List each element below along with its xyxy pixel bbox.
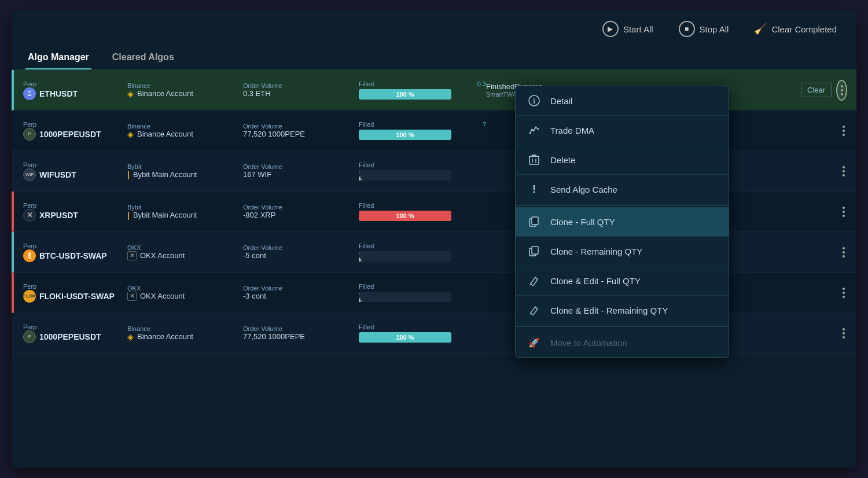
row-menu-button[interactable] — [840, 285, 847, 300]
col-exchange: Bybit | Bybit Main Account — [127, 163, 243, 179]
menu-label-clone-remaining-qty: Clone - Remaining QTY — [550, 247, 642, 256]
menu-item-detail[interactable]: i Detail — [516, 86, 729, 116]
okx-icon: ✕ — [127, 292, 137, 301]
dot2 — [841, 89, 843, 91]
col-action: Clear — [801, 80, 847, 101]
clear-completed-label: Clear Completed — [771, 24, 837, 34]
instrument-name: ✕ XRPUSDT — [23, 209, 127, 222]
exchange-account: ✕ OKX Account — [127, 251, 243, 260]
exchange-account: | Bybit Main Account — [127, 170, 243, 179]
table-row: Perp ₿ BTC-USDT-SWAP OKX ✕ OKX Account O… — [12, 232, 856, 273]
row-menu-button[interactable] — [840, 204, 847, 219]
clear-completed-button[interactable]: 🧹 Clear Completed — [748, 19, 843, 39]
progress-bar: 100 % — [359, 130, 451, 140]
exchange-account: ◈ Binance Account — [127, 130, 243, 139]
start-all-icon: ▶ — [602, 21, 619, 37]
dot3 — [841, 93, 843, 95]
dot1 — [843, 328, 845, 330]
row-menu-button[interactable] — [840, 245, 847, 260]
clone-icon — [527, 215, 541, 229]
stop-all-label: Stop All — [700, 24, 729, 34]
table-container: Perp Ξ ETHUSDT Binance ◈ Binance Account… — [12, 70, 856, 468]
coin-icon-wif: WIF — [23, 168, 36, 181]
menu-label-trade-dma: Trade DMA — [550, 126, 594, 135]
context-menu: i Detail Trade DMA — [515, 86, 729, 358]
start-all-button[interactable]: ▶ Start All — [597, 17, 659, 41]
progress-bar: 0 % — [359, 251, 451, 262]
menu-item-trade-dma[interactable]: Trade DMA — [516, 116, 729, 145]
dot2 — [843, 332, 845, 334]
dot2 — [843, 251, 845, 253]
pen-icon — [527, 274, 541, 288]
stop-all-icon: ■ — [679, 21, 695, 37]
instrument-name: P 1000PEPEUSDT — [23, 330, 127, 343]
tab-algo-manager[interactable]: Algo Manager — [25, 47, 91, 69]
menu-divider-1 — [516, 205, 729, 206]
dot3 — [843, 336, 845, 339]
dot1 — [843, 166, 845, 168]
bybit-icon: | — [127, 170, 130, 179]
menu-item-delete[interactable]: Delete — [516, 145, 729, 175]
progress-bar: 100 % — [359, 89, 451, 100]
menu-item-clone-full-qty[interactable]: Clone - Full QTY — [516, 207, 729, 237]
menu-label-move-to-automation: Move to Automation — [550, 338, 627, 348]
dot2 — [843, 170, 845, 172]
progress-bar: 100 % — [359, 332, 451, 343]
info-icon: i — [527, 94, 541, 108]
menu-item-move-to-automation[interactable]: 🚀 Move to Automation — [516, 328, 729, 357]
col-exchange: OKX ✕ OKX Account — [127, 244, 243, 260]
dot1 — [841, 85, 843, 87]
dot2 — [843, 292, 845, 294]
col-action — [801, 285, 847, 300]
dot3 — [843, 134, 845, 136]
col-action — [801, 326, 847, 341]
progress-fill: 100 % — [359, 332, 451, 343]
exchange-account: | Bybit Main Account — [127, 211, 243, 220]
menu-label-send-algo-cache: Send Algo Cache — [550, 185, 617, 194]
col-volume: Order Volume 167 WIF — [243, 163, 359, 179]
col-exchange: Binance ◈ Binance Account — [127, 325, 243, 341]
col-filled: Filled 0 % — [359, 242, 486, 262]
clear-button[interactable]: Clear — [801, 83, 832, 97]
coin-icon-eth: Ξ — [23, 87, 36, 100]
dot3 — [843, 255, 845, 258]
svg-point-5 — [535, 127, 537, 128]
menu-divider-2 — [516, 326, 729, 327]
menu-item-send-algo-cache[interactable]: ! Send Algo Cache — [516, 175, 729, 204]
menu-item-clone-edit-remaining-qty[interactable]: Clone & Edit - Remaining QTY — [516, 296, 729, 325]
row-menu-button[interactable] — [840, 164, 847, 179]
col-instrument: Perp FLOK FLOKI-USDT-SWAP — [23, 283, 127, 303]
col-instrument: Perp P 1000PEPEUSDT — [23, 323, 127, 343]
svg-point-4 — [533, 130, 535, 132]
col-volume: Order Volume -5 cont — [243, 244, 359, 260]
svg-point-3 — [531, 129, 533, 131]
instrument-name: WIF WIFUSDT — [23, 168, 127, 181]
table-row: Perp Ξ ETHUSDT Binance ◈ Binance Account… — [12, 70, 856, 111]
tab-cleared-algos[interactable]: Cleared Algos — [110, 47, 176, 69]
instrument-name: Ξ ETHUSDT — [23, 87, 127, 100]
progress-fill: 100 % — [359, 130, 451, 140]
pen2-icon — [527, 303, 541, 317]
menu-item-clone-edit-full-qty[interactable]: Clone & Edit - Full QTY — [516, 266, 729, 296]
col-filled: Filled 7 100 % — [359, 121, 486, 140]
col-action — [801, 123, 847, 138]
row-menu-button[interactable] — [840, 326, 847, 341]
col-exchange: Bybit | Bybit Main Account — [127, 204, 243, 220]
instrument-type: Perp — [23, 80, 127, 87]
row-menu-button[interactable] — [840, 123, 847, 138]
dot1 — [843, 207, 845, 209]
toolbar: ▶ Start All ■ Stop All 🧹 Clear Completed — [12, 10, 856, 47]
tab-header: Algo Manager Cleared Algos — [12, 47, 856, 70]
col-instrument: Perp WIF WIFUSDT — [23, 161, 127, 181]
stop-all-button[interactable]: ■ Stop All — [673, 17, 735, 41]
col-filled: Filled 0 % — [359, 161, 486, 181]
svg-point-6 — [538, 128, 539, 130]
svg-rect-12 — [532, 217, 538, 225]
row-menu-button[interactable] — [836, 80, 847, 101]
menu-item-clone-remaining-qty[interactable]: Clone - Remaining QTY — [516, 237, 729, 266]
coin-icon-floki: FLOK — [23, 290, 36, 303]
clear-completed-icon: 🧹 — [754, 23, 767, 35]
exchange-account: ◈ Binance Account — [127, 89, 243, 98]
col-volume: Order Volume -3 cont — [243, 285, 359, 300]
menu-label-clone-full-qty: Clone - Full QTY — [550, 217, 615, 227]
